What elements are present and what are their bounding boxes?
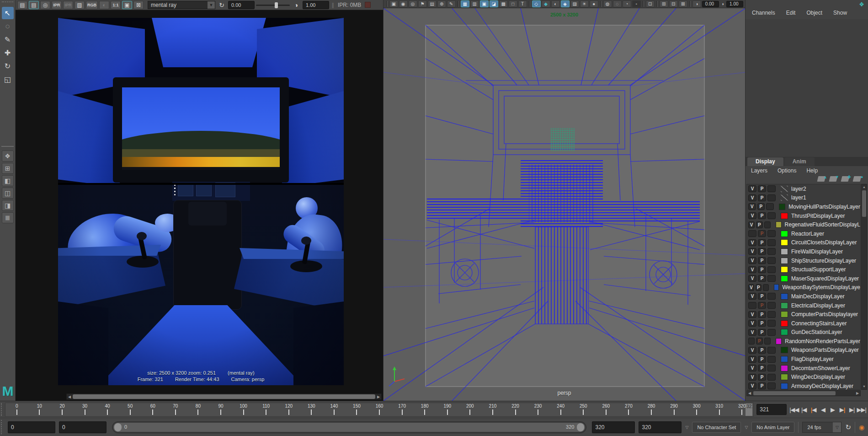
layer-row[interactable]: VPGunDecStationLayer <box>747 328 860 337</box>
layer-row[interactable]: PRandomNonRenderPartsLayer <box>747 337 860 346</box>
layer-name[interactable]: WeaponBaySytemsDisplayLaye <box>782 284 860 291</box>
layer-color-swatch[interactable] <box>781 329 788 335</box>
layer-playback-toggle[interactable]: P <box>758 257 766 264</box>
layer-playback-toggle[interactable]: P <box>756 338 762 344</box>
gamma-field[interactable]: 1.00 <box>303 1 329 9</box>
move-tool[interactable]: ✚ <box>2 47 14 59</box>
time-slider-grip[interactable] <box>1 403 4 416</box>
layer-row[interactable]: VPWeaponsPartsDisplayLayer <box>747 346 860 355</box>
keep-image-icon[interactable]: ▣ <box>122 1 132 9</box>
layer-visibility-toggle[interactable] <box>748 230 756 237</box>
layer-color-swatch[interactable] <box>781 194 788 201</box>
layer-color-swatch[interactable] <box>776 221 782 228</box>
layer-playback-toggle[interactable]: P <box>758 347 766 354</box>
layer-playback-toggle[interactable]: P <box>758 365 766 371</box>
grid-icon[interactable]: ▦ <box>461 0 469 7</box>
scroll-left-icon[interactable]: ◀ <box>747 391 752 395</box>
layer-extra-toggle[interactable] <box>767 185 776 192</box>
layer-visibility-toggle[interactable]: V <box>748 257 756 264</box>
layer-extra-toggle[interactable] <box>767 194 776 201</box>
layer-color-swatch[interactable] <box>781 293 788 300</box>
layer-name[interactable]: FlagDisplayLayer <box>791 356 834 362</box>
layer-visibility-toggle[interactable]: V <box>748 365 756 371</box>
bookmark-icon[interactable]: ⚑ <box>418 0 427 7</box>
layer-extra-toggle[interactable] <box>767 248 776 255</box>
layer-playback-toggle[interactable]: P <box>758 320 766 327</box>
motion-blur-icon[interactable]: ◌ <box>613 0 622 7</box>
character-set-selector[interactable]: No Character Set <box>692 422 741 433</box>
ipr-refresh-icon[interactable]: IPR <box>63 1 73 9</box>
layer-color-swatch[interactable] <box>781 186 788 192</box>
layer-name[interactable]: layer1 <box>791 194 806 201</box>
layer-name[interactable]: MainDecDisplayLayer <box>791 293 845 300</box>
viewport-gamma-field[interactable]: 1.00 <box>726 1 743 7</box>
menu-options[interactable]: Options <box>777 167 796 174</box>
layer-row[interactable]: VPWeaponBaySytemsDisplayLaye <box>747 283 860 292</box>
camera-attributes-icon[interactable]: ◎ <box>409 0 417 7</box>
layout-two-pane-button[interactable]: ◫ <box>2 188 14 199</box>
stack-back-icon[interactable]: ⊟ <box>669 0 678 7</box>
wireframe-on-shaded-icon[interactable]: ◈ <box>561 0 570 7</box>
layer-row[interactable]: VPWingDecDisplayLayer <box>747 372 860 382</box>
layer-row[interactable]: VPComputerPartsDisplaylayer <box>747 310 860 319</box>
go-to-start-button[interactable]: |◀◀ <box>789 404 799 415</box>
vp-exposure-icon[interactable]: ◑ <box>692 0 701 7</box>
layer-visibility-toggle[interactable]: V <box>748 239 756 246</box>
layer-name[interactable]: CircuitClosetsDisplayLayer <box>791 239 857 246</box>
menu-help[interactable]: Help <box>806 167 818 174</box>
layer-visibility-toggle[interactable] <box>748 302 756 309</box>
menu-show[interactable]: Show <box>833 10 847 16</box>
layer-row[interactable]: VPMovingHullPartsDisplayLayer <box>747 202 860 211</box>
scroll-right-icon[interactable]: ▶ <box>376 395 381 399</box>
stack-front-icon[interactable]: ⊞ <box>660 0 668 7</box>
menu-object[interactable]: Object <box>806 10 822 16</box>
current-time-marker[interactable]: 321 <box>746 404 752 416</box>
layer-visibility-toggle[interactable]: V <box>748 212 756 219</box>
wireframe-icon[interactable]: ◇ <box>532 0 541 7</box>
layer-name[interactable]: layer2 <box>791 186 806 192</box>
layer-playback-toggle[interactable]: P <box>758 302 766 309</box>
renderer-dropdown[interactable]: mental ray ▼ <box>148 1 215 9</box>
layer-name[interactable]: RegenativeFluidSorterDisplayL <box>785 221 860 228</box>
tab-display[interactable]: Display <box>747 157 783 166</box>
animation-start-field[interactable]: 0 <box>8 421 55 433</box>
layer-visibility-toggle[interactable]: V <box>748 356 756 363</box>
resolution-gate-icon[interactable]: ▣ <box>480 0 489 7</box>
layer-extra-toggle[interactable] <box>767 320 776 327</box>
playback-end-field[interactable]: 320 <box>592 421 635 433</box>
wireframe-canvas[interactable] <box>383 8 746 401</box>
gate-mask-icon[interactable]: ◪ <box>490 0 498 7</box>
layer-extra-toggle[interactable] <box>767 257 776 264</box>
layer-playback-toggle[interactable]: P <box>758 194 766 201</box>
layer-row[interactable]: VPDecomtamShowerLayer <box>747 364 860 373</box>
layer-extra-toggle[interactable] <box>767 275 776 282</box>
add-empty-layer-icon[interactable]: ✚ <box>841 176 850 182</box>
layer-row[interactable]: VPShipStructureDisplayLayer <box>747 256 860 265</box>
layer-playback-toggle[interactable]: P <box>756 284 761 291</box>
layer-playback-toggle[interactable]: P <box>758 382 766 389</box>
layer-name[interactable]: ArmouryDecDisplayLayer <box>791 383 853 389</box>
layer-playback-toggle[interactable]: P <box>758 293 766 300</box>
image-plane-icon[interactable]: ▤ <box>428 0 437 7</box>
layer-playback-toggle[interactable]: P <box>758 212 766 219</box>
step-back-frame-button[interactable]: |◀ <box>799 404 809 415</box>
layer-visibility-toggle[interactable]: V <box>748 221 755 228</box>
layer-color-swatch[interactable] <box>781 320 788 327</box>
scroll-left-icon[interactable]: ◀ <box>67 395 72 399</box>
layer-row[interactable]: VPFireWallDisplayLayer <box>747 247 860 256</box>
layer-color-swatch[interactable] <box>781 356 788 362</box>
go-to-end-button[interactable]: ▶▶| <box>857 404 866 415</box>
layer-extra-toggle[interactable] <box>767 266 776 273</box>
layer-color-swatch[interactable] <box>774 284 779 291</box>
layer-row[interactable]: PElectricalDisplayLayer <box>747 301 860 310</box>
layer-visibility-toggle[interactable]: V <box>748 248 756 255</box>
scroll-right-icon[interactable]: ▶ <box>855 391 860 395</box>
layer-color-swatch[interactable] <box>781 239 788 246</box>
layer-color-swatch[interactable] <box>781 302 788 309</box>
depth-of-field-icon[interactable]: ▪ <box>632 0 641 7</box>
layer-visibility-toggle[interactable]: V <box>748 203 756 210</box>
snapshot-icon[interactable]: ◎ <box>40 1 50 9</box>
pause-ipr-icon[interactable]: ∥ <box>330 2 335 8</box>
play-backwards-button[interactable]: ◀ <box>819 404 828 415</box>
layer-color-swatch[interactable] <box>779 204 786 210</box>
